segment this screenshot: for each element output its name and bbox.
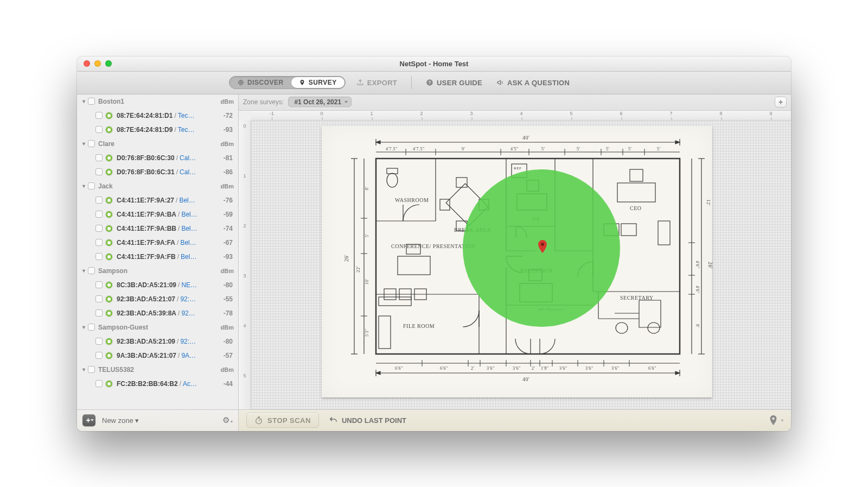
checkbox[interactable] [88,182,95,189]
vendor: NE… [181,281,218,289]
mode-segmented-control: DISCOVER SURVEY [229,76,346,89]
vendor: Cal… [180,154,218,162]
svg-rect-70 [456,178,467,187]
mac-address: C4:41:1E:7F:9A:27 [117,197,174,204]
network-group-header[interactable]: ▾ Sampson-Guest dBm [77,320,238,334]
ruler-tick: 4 [520,111,522,120]
svg-text:4'5": 4'5" [510,147,519,151]
ruler-tick: 2 [239,223,251,229]
network-group-header[interactable]: ▾ Sampson dBm [77,264,238,278]
checkbox[interactable] [95,253,103,260]
stopwatch-icon [254,416,263,425]
ruler-left: 012345 [239,121,251,409]
signal-icon [106,352,112,359]
checkbox[interactable] [95,154,103,161]
unit-label: dBm [221,141,234,147]
svg-rect-80 [621,224,636,236]
mac-address: 92:3B:AD:A5:39:8A [117,309,176,317]
network-row[interactable]: D0:76:8F:B0:6C:30 / Cal… -81 [77,151,238,165]
network-group-header[interactable]: ▾ Jack dBm [77,179,238,193]
signal-icon [106,112,112,119]
zone-survey-chip[interactable]: #1 Oct 26, 2021 [288,97,352,107]
zoom-icon[interactable] [105,60,112,67]
undo-last-point-button[interactable]: UNDO LAST POINT [329,416,406,425]
minimize-icon[interactable] [94,60,101,67]
new-zone-button[interactable]: New zone ▾ [102,416,139,425]
export-button[interactable]: EXPORT [353,77,400,89]
ruler-tick: 8 [719,111,722,120]
checkbox[interactable] [88,366,95,373]
network-group-header[interactable]: ▾ TELUS5382 dBm [77,363,238,377]
checkbox[interactable] [95,309,103,317]
network-row[interactable]: C4:41:1E:7F:9A:BB / Bel… -74 [77,222,238,236]
svg-text:6'6": 6'6" [648,366,656,371]
network-row[interactable]: 08:7E:64:24:81:D9 / Tec… -93 [77,123,238,137]
network-row[interactable]: 92:3B:AD:A5:39:8A / 92… -78 [77,306,238,320]
network-row[interactable]: 9A:3B:AD:A5:21:07 / 9A… -57 [77,349,238,363]
checkbox[interactable] [95,168,103,175]
svg-text:8': 8' [695,324,700,328]
zone-survey-bar: Zone surveys: #1 Oct 26, 2021 + [239,94,791,111]
checkbox[interactable] [95,197,103,204]
close-icon[interactable] [84,60,90,67]
network-list[interactable]: ▾ Boston1 dBm 08:7E:64:24:81:D1 / Tec… -… [77,94,238,409]
svg-text:FILE ROOM: FILE ROOM [403,323,435,329]
discover-tab[interactable]: DISCOVER [230,77,291,88]
gear-icon[interactable]: ⚙ [222,415,233,425]
checkbox[interactable] [88,98,95,105]
ask-question-button[interactable]: ASK A QUESTION [493,77,573,89]
svg-point-142 [256,418,262,424]
network-row[interactable]: FC:2B:B2:BB:64:B2 / Ac… -44 [77,377,238,391]
checkbox[interactable] [95,380,103,387]
network-group-header[interactable]: ▾ Clare dBm [77,137,238,151]
network-row[interactable]: 8C:3B:AD:A5:21:09 / NE… -80 [77,278,238,292]
checkbox[interactable] [95,239,103,246]
checkbox[interactable] [88,324,95,331]
svg-text:3'6": 3'6" [585,366,593,371]
network-group-header[interactable]: ▾ Boston1 dBm [77,94,238,109]
checkbox[interactable] [88,140,95,147]
survey-canvas[interactable]: WASHROOM BREAK AREA CONFERENCE/ PRESENTA… [251,121,791,409]
checkbox[interactable] [95,352,103,359]
stop-scan-button[interactable]: STOP SCAN [246,413,319,428]
vendor: Bel… [181,211,218,218]
add-zone-button[interactable]: + [775,97,787,107]
network-row[interactable]: C4:41:1E:7F:9A:BA / Bel… -59 [77,207,238,222]
network-row[interactable]: C4:41:1E:7F:9A:FA / Bel… -67 [77,236,238,250]
sidebar-bottom-bar: + New zone ▾ ⚙ [77,409,238,431]
checkbox[interactable] [95,112,103,119]
checkbox[interactable] [95,126,103,133]
user-guide-button[interactable]: ? USER GUIDE [423,77,486,89]
checkbox[interactable] [95,295,103,302]
svg-point-67 [387,173,398,187]
svg-text:?: ? [429,80,431,85]
dbm-value: -93 [218,126,236,134]
titlebar: NetSpot - Home Test [77,56,791,72]
network-row[interactable]: C4:41:1E:7F:9A:FB / Bel… -93 [77,250,238,264]
pin-dropdown[interactable] [769,415,783,425]
ruler-tick: 5 [239,373,251,378]
mac-address: C4:41:1E:7F:9A:FB [117,253,176,261]
signal-icon [106,239,112,246]
svg-text:26': 26' [707,262,712,269]
checkbox[interactable] [95,225,103,232]
pin-icon [299,79,305,86]
checkbox[interactable] [88,267,95,274]
checkbox[interactable] [95,211,103,218]
survey-tab[interactable]: SURVEY [291,77,344,88]
signal-icon [106,225,112,232]
dbm-value: -59 [218,211,236,218]
checkbox[interactable] [95,338,103,345]
dbm-value: -57 [218,352,236,359]
network-row[interactable]: C4:41:1E:7F:9A:27 / Bel… -76 [77,193,238,207]
network-row[interactable]: D0:76:8F:B0:6C:31 / Cal… -86 [77,165,238,179]
dbm-value: -67 [218,239,236,246]
checkbox[interactable] [95,281,103,288]
network-row[interactable]: 92:3B:AD:A5:21:07 / 92:… -55 [77,292,238,306]
add-button[interactable]: + [82,414,95,426]
svg-text:3'6": 3'6" [487,366,495,371]
svg-text:2': 2' [532,366,535,371]
ruler-tick: 1 [239,173,251,179]
network-row[interactable]: 92:3B:AD:A5:21:09 / 92:… -80 [77,334,238,349]
network-row[interactable]: 08:7E:64:24:81:D1 / Tec… -72 [77,109,238,123]
